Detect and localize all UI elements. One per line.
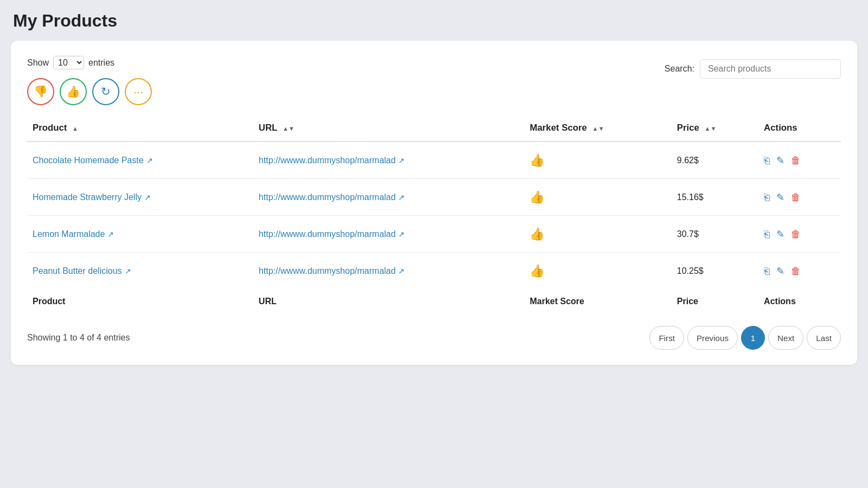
products-table: Product ▲ URL ▲▼ Market Score ▲▼ Price ▲…	[27, 115, 841, 314]
cell-price: 10.25$	[672, 253, 758, 290]
more-icon: ···	[133, 85, 143, 98]
cell-url: http://wwww.dummyshop/marmalad↗	[253, 142, 525, 179]
col-header-product: Product ▲	[27, 115, 253, 142]
external-link-icon: ↗	[398, 193, 405, 202]
showing-text: Showing 1 to 4 of 4 entries	[27, 333, 130, 343]
sort-icon-market-score[interactable]: ▲▼	[592, 125, 604, 132]
cell-market-score: 👍	[524, 216, 671, 253]
delete-icon[interactable]: 🗑	[791, 228, 801, 240]
market-score-icon: 👍	[529, 264, 545, 278]
edit-icon[interactable]: ✎	[776, 155, 784, 166]
cell-price: 30.7$	[672, 216, 758, 253]
url-link[interactable]: http://wwww.dummyshop/marmalad	[259, 266, 396, 275]
edit-icon[interactable]: ✎	[776, 265, 784, 277]
product-link[interactable]: Peanut Butter delicious	[33, 266, 122, 275]
thumbs-up-icon: 👍	[66, 85, 80, 98]
footer-product: Product	[27, 289, 253, 314]
product-link[interactable]: Chocolate Homemade Paste	[33, 156, 144, 165]
cell-url: http://wwww.dummyshop/marmalad↗	[253, 216, 525, 253]
table-footer-row: Product URL Market Score Price Actions	[27, 289, 841, 314]
bottom-bar: Showing 1 to 4 of 4 entries FirstPreviou…	[27, 326, 841, 350]
external-link-icon: ↗	[144, 193, 151, 202]
external-link-icon: ↗	[146, 156, 153, 165]
cell-product: Homemade Strawberry Jelly↗	[27, 179, 253, 216]
edit-icon[interactable]: ✎	[776, 228, 784, 240]
col-header-actions: Actions	[758, 115, 841, 142]
cell-price: 9.62$	[672, 142, 758, 179]
external-link-icon: ↗	[398, 156, 405, 165]
cell-product: Chocolate Homemade Paste↗	[27, 142, 253, 179]
thumbs-up-button[interactable]: 👍	[60, 78, 87, 105]
col-header-market-score: Market Score ▲▼	[524, 115, 671, 142]
market-score-icon: 👍	[529, 190, 545, 204]
search-input[interactable]	[700, 59, 841, 79]
refresh-icon: ↻	[101, 85, 111, 98]
refresh-button[interactable]: ↻	[92, 78, 119, 105]
cell-price: 15.16$	[672, 179, 758, 216]
search-label: Search:	[665, 64, 694, 74]
entries-select[interactable]: 10 25 50 100	[53, 56, 84, 69]
table-header-row: Product ▲ URL ▲▼ Market Score ▲▼ Price ▲…	[27, 115, 841, 142]
url-link[interactable]: http://wwww.dummyshop/marmalad	[259, 156, 396, 165]
entries-label: entries	[88, 58, 114, 68]
table-row: Homemade Strawberry Jelly↗http://wwww.du…	[27, 179, 841, 216]
last-page-button[interactable]: Last	[807, 326, 841, 350]
cell-actions: ⎗ ✎ 🗑	[758, 179, 841, 216]
table-row: Peanut Butter delicious↗http://wwww.dumm…	[27, 253, 841, 290]
market-score-icon: 👍	[529, 227, 545, 241]
sort-icon-price[interactable]: ▲▼	[705, 125, 717, 132]
table-row: Lemon Marmalade↗http://wwww.dummyshop/ma…	[27, 216, 841, 253]
col-header-price: Price ▲▼	[672, 115, 758, 142]
cell-actions: ⎗ ✎ 🗑	[758, 253, 841, 290]
delete-icon[interactable]: 🗑	[791, 191, 801, 203]
icon-buttons-group: 👎 👍 ↻ ···	[27, 78, 152, 105]
delete-icon[interactable]: 🗑	[791, 155, 801, 166]
product-link[interactable]: Lemon Marmalade	[33, 229, 105, 239]
cell-actions: ⎗ ✎ 🗑	[758, 142, 841, 179]
cell-product: Peanut Butter delicious↗	[27, 253, 253, 290]
next-page-button[interactable]: Next	[768, 326, 803, 350]
sort-icon-url[interactable]: ▲▼	[283, 125, 295, 132]
url-link[interactable]: http://wwww.dummyshop/marmalad	[259, 192, 396, 202]
page-title: My Products	[11, 11, 857, 31]
external-link-icon: ↗	[398, 230, 405, 239]
page-1-button[interactable]: 1	[741, 326, 765, 350]
cell-product: Lemon Marmalade↗	[27, 216, 253, 253]
top-controls: Show 10 25 50 100 entries 👎 👍 ↻	[27, 56, 841, 105]
product-link[interactable]: Homemade Strawberry Jelly	[33, 192, 142, 202]
thumbs-down-button[interactable]: 👎	[27, 78, 54, 105]
pagination: FirstPrevious1NextLast	[649, 326, 841, 350]
cell-market-score: 👍	[524, 142, 671, 179]
edit-icon[interactable]: ✎	[776, 191, 784, 203]
cell-actions: ⎗ ✎ 🗑	[758, 216, 841, 253]
sort-icon-product[interactable]: ▲	[72, 125, 78, 132]
url-link[interactable]: http://wwww.dummyshop/marmalad	[259, 229, 396, 239]
col-header-url: URL ▲▼	[253, 115, 525, 142]
footer-market-score: Market Score	[524, 289, 671, 314]
cell-url: http://wwww.dummyshop/marmalad↗	[253, 179, 525, 216]
market-score-icon: 👍	[529, 153, 545, 167]
first-page-button[interactable]: First	[649, 326, 684, 350]
previous-page-button[interactable]: Previous	[687, 326, 738, 350]
search-area: Search:	[665, 59, 841, 79]
external-link-icon: ↗	[125, 267, 131, 275]
show-label: Show	[27, 58, 49, 68]
left-controls: Show 10 25 50 100 entries 👎 👍 ↻	[27, 56, 152, 105]
pin-icon[interactable]: ⎗	[764, 265, 770, 277]
footer-actions: Actions	[758, 289, 841, 314]
external-link-icon: ↗	[107, 230, 114, 239]
table-row: Chocolate Homemade Paste↗http://wwww.dum…	[27, 142, 841, 179]
show-entries-control: Show 10 25 50 100 entries	[27, 56, 152, 69]
cell-market-score: 👍	[524, 253, 671, 290]
footer-url: URL	[253, 289, 525, 314]
pin-icon[interactable]: ⎗	[764, 228, 770, 240]
thumbs-down-icon: 👎	[34, 85, 48, 98]
cell-market-score: 👍	[524, 179, 671, 216]
main-card: Show 10 25 50 100 entries 👎 👍 ↻	[11, 41, 857, 365]
cell-url: http://wwww.dummyshop/marmalad↗	[253, 253, 525, 290]
pin-icon[interactable]: ⎗	[764, 191, 770, 203]
delete-icon[interactable]: 🗑	[791, 265, 801, 277]
pin-icon[interactable]: ⎗	[764, 155, 770, 166]
footer-price: Price	[672, 289, 758, 314]
more-button[interactable]: ···	[125, 78, 152, 105]
